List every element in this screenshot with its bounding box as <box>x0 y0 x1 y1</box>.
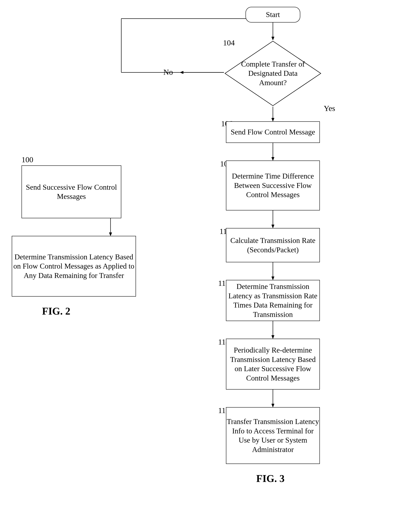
diagram-container: 100 Send Successive Flow Control Message… <box>0 0 420 516</box>
box-114-text: Periodically Re-determine Transmission L… <box>226 346 319 383</box>
label-100: 100 <box>16 155 39 164</box>
svg-marker-17 <box>271 277 274 280</box>
svg-marker-13 <box>271 157 274 160</box>
diamond-104-text: Complete Transfer of Designated Data Amo… <box>224 52 322 95</box>
svg-marker-3 <box>271 37 274 40</box>
box-110: Calculate Transmission Rate (Seconds/Pac… <box>226 228 320 262</box>
svg-marker-7 <box>180 71 183 74</box>
fig3-label: FIG. 3 <box>256 473 285 484</box>
box-112: Determine Transmission Latency as Transm… <box>226 280 320 321</box>
box-108-text: Determine Time Difference Between Succes… <box>226 172 319 199</box>
box-102-text: Determine Transmission Latency Based on … <box>12 252 135 280</box>
box-102: Determine Transmission Latency Based on … <box>12 236 136 296</box>
box-114: Periodically Re-determine Transmission L… <box>226 339 320 390</box>
svg-marker-15 <box>271 225 274 228</box>
svg-marker-19 <box>271 335 274 339</box>
svg-marker-1 <box>109 233 112 236</box>
box-116-text: Transfer Transmission Latency Info to Ac… <box>226 417 319 454</box>
box-116: Transfer Transmission Latency Info to Ac… <box>226 407 320 464</box>
yes-label: Yes <box>324 104 335 113</box>
box-106: Send Flow Control Message <box>226 121 320 143</box>
fig2-label: FIG. 2 <box>42 305 70 317</box>
box-106-text: Send Flow Control Message <box>231 128 315 137</box>
svg-marker-5 <box>271 118 274 121</box>
box-108: Determine Time Difference Between Succes… <box>226 160 320 210</box>
box-110-text: Calculate Transmission Rate (Seconds/Pac… <box>226 236 319 254</box>
start-shape: Start <box>246 7 300 23</box>
diamond-104: Complete Transfer of Designated Data Amo… <box>224 40 322 107</box>
start-label: Start <box>266 10 280 19</box>
no-label: No <box>163 68 173 77</box>
box-100: Send Successive Flow Control Messages <box>22 165 121 218</box>
svg-marker-21 <box>271 404 274 407</box>
box-112-text: Determine Transmission Latency as Transm… <box>226 282 319 319</box>
box-100-text: Send Successive Flow Control Messages <box>22 183 121 201</box>
